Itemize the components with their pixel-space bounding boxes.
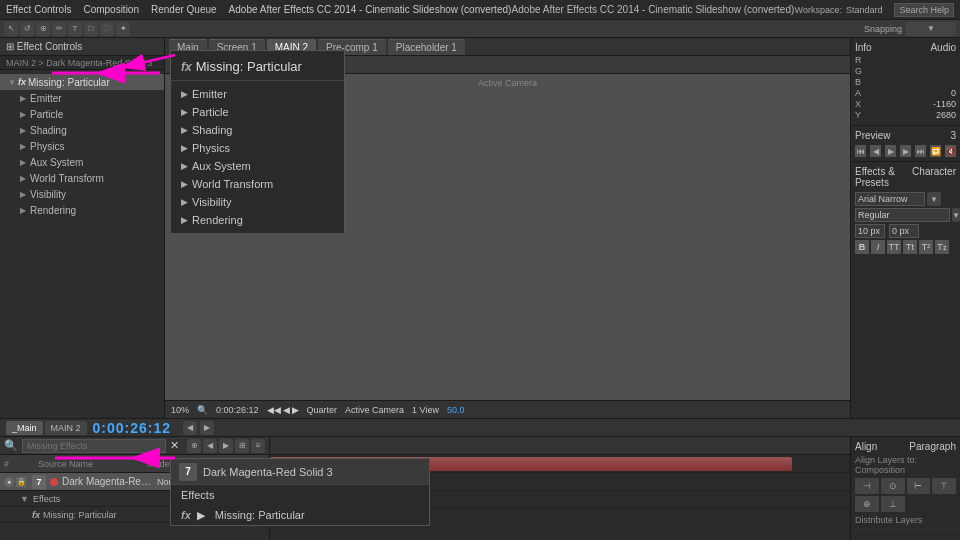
fx-dropdown-menu: fx Missing: Particular ▶ Emitter ▶ Parti… — [170, 50, 345, 234]
ctx-effects-item[interactable]: Effects — [171, 485, 429, 505]
tl-tab-main2[interactable]: MAIN 2 — [45, 421, 87, 435]
tree-item-physics[interactable]: ▶ Physics — [0, 138, 164, 154]
tl-btn2[interactable]: ▶ — [200, 421, 214, 435]
preview-skip-end[interactable]: ⏭ — [915, 145, 926, 157]
bold-btn[interactable]: B — [855, 240, 869, 254]
tree-item-rendering[interactable]: ▶ Rendering — [0, 202, 164, 218]
preview-loop[interactable]: 🔁 — [930, 145, 941, 157]
timeline-icon1[interactable]: ⊕ — [187, 439, 201, 453]
preview-play[interactable]: ▶ — [885, 145, 896, 157]
layer-solo-btn[interactable]: ● — [4, 477, 14, 487]
effects-presets-section: Effects & Presets Character ▼ ▼ B I TT T… — [851, 162, 960, 260]
particle-arrow: ▶ — [181, 107, 188, 117]
align-left-btn[interactable]: ⊣ — [855, 478, 879, 494]
play-btn[interactable]: ▶ — [292, 405, 299, 415]
align-bottom-btn[interactable]: ⊥ — [881, 496, 905, 512]
layer-number: 7 — [32, 475, 46, 489]
text-tool[interactable]: T — [68, 22, 82, 36]
time-ruler[interactable] — [270, 437, 850, 455]
fx-menu-emitter[interactable]: ▶ Emitter — [171, 85, 344, 103]
ctx-missing-label: Missing: Particular — [215, 509, 305, 521]
menu-bar: Effect Controls Composition Render Queue… — [0, 0, 960, 20]
small-caps-btn[interactable]: Tt — [903, 240, 917, 254]
subscript-btn[interactable]: T₂ — [935, 240, 949, 254]
visibility-arrow: ▶ — [181, 197, 188, 207]
quality-value[interactable]: Quarter — [307, 405, 338, 415]
menu-item-effect-controls[interactable]: Effect Controls — [6, 4, 71, 15]
tl-btn1[interactable]: ◀ — [183, 421, 197, 435]
menu-item-composition[interactable]: Composition — [83, 4, 139, 15]
timeline-icon2[interactable]: ◀ — [203, 439, 217, 453]
camera-dropdown[interactable]: Active Camera — [345, 405, 404, 415]
timeline-timecode[interactable]: 0:00:26:12 — [93, 420, 172, 436]
fx-menu-visibility[interactable]: ▶ Visibility — [171, 193, 344, 211]
y-label: Y — [855, 110, 861, 120]
tree-item-particle[interactable]: ▶ Particle — [0, 106, 164, 122]
tree-item-label-world: World Transform — [30, 173, 104, 184]
tree-item-aux-system[interactable]: ▶ Aux System — [0, 154, 164, 170]
align-right-btn[interactable]: ⊢ — [907, 478, 931, 494]
font-size-input[interactable] — [855, 224, 885, 238]
font-name-input[interactable] — [855, 192, 925, 206]
effects-expand-arrow: ▼ — [20, 494, 29, 504]
tree-item-world-transform[interactable]: ▶ World Transform — [0, 170, 164, 186]
italic-btn[interactable]: I — [871, 240, 885, 254]
fx-menu-world-transform[interactable]: ▶ World Transform — [171, 175, 344, 193]
prev-frame-btn[interactable]: ◀◀ — [267, 405, 281, 415]
puppet-tool[interactable]: ✦ — [116, 22, 130, 36]
timeline-icon3[interactable]: ▶ — [219, 439, 233, 453]
help-search[interactable]: Search Help — [894, 3, 954, 17]
timecode-display[interactable]: 0:00:26:12 — [216, 405, 259, 415]
b-label: B — [855, 77, 861, 87]
preview-prev-frame[interactable]: ◀ — [870, 145, 881, 157]
fx-menu-aux[interactable]: ▶ Aux System — [171, 157, 344, 175]
rotation-tool[interactable]: ↺ — [20, 22, 34, 36]
emitter-arrow: ▶ — [181, 89, 188, 99]
selection-tool[interactable]: ↖ — [4, 22, 18, 36]
timeline-search-input[interactable] — [22, 439, 166, 453]
physics-label: Physics — [192, 142, 230, 154]
timeline-icon4[interactable]: ⊞ — [235, 439, 249, 453]
preview-next-frame[interactable]: ▶ — [900, 145, 911, 157]
text-style-btns: B I TT Tt T² T₂ — [855, 240, 956, 254]
shading-label: Shading — [192, 124, 232, 136]
search-close-btn[interactable]: ✕ — [170, 439, 179, 452]
fx-menu-rendering[interactable]: ▶ Rendering — [171, 211, 344, 229]
font-style-input[interactable] — [855, 208, 950, 222]
fx-menu-physics[interactable]: ▶ Physics — [171, 139, 344, 157]
tab-placeholder1[interactable]: Placeholder 1 — [388, 39, 465, 55]
camera-tool[interactable]: 🎥 — [100, 22, 114, 36]
tl-tab-main[interactable]: _Main — [6, 421, 43, 435]
kerning-input[interactable] — [889, 224, 919, 238]
preview-skip-start[interactable]: ⏮ — [855, 145, 866, 157]
view-dropdown[interactable]: 1 View — [412, 405, 439, 415]
info-label: Info — [855, 42, 872, 53]
caps-btn[interactable]: TT — [887, 240, 901, 254]
align-top-btn[interactable]: ⊤ — [932, 478, 956, 494]
superscript-btn[interactable]: T² — [919, 240, 933, 254]
tree-item-shading[interactable]: ▶ Shading — [0, 122, 164, 138]
ctx-missing-item[interactable]: fx ▶ Missing: Particular — [171, 505, 429, 525]
tree-item-visibility[interactable]: ▶ Visibility — [0, 186, 164, 202]
layer-lock-btn[interactable]: 🔒 — [16, 477, 26, 487]
zoom-value[interactable]: 10% — [171, 405, 189, 415]
info-r-row: R — [855, 55, 956, 65]
pen-tool[interactable]: ✏ — [52, 22, 66, 36]
shape-tool[interactable]: □ — [84, 22, 98, 36]
font-style-dropdown-btn[interactable]: ▼ — [952, 208, 960, 222]
align-center-v-btn[interactable]: ⊕ — [855, 496, 879, 512]
menu-item-footage[interactable]: Adobe After Effects CC 2014 - Cinematic … — [229, 4, 512, 15]
fx-menu-shading[interactable]: ▶ Shading — [171, 121, 344, 139]
prev-btn[interactable]: ◀ — [283, 405, 290, 415]
tree-item-missing-particular[interactable]: ▼ fx Missing: Particular — [0, 74, 164, 90]
preview-mute[interactable]: 🔇 — [945, 145, 956, 157]
world-transform-label: World Transform — [192, 178, 273, 190]
tree-item-emitter[interactable]: ▶ Emitter — [0, 90, 164, 106]
timeline-icon5[interactable]: ≡ — [251, 439, 265, 453]
menu-item-render-queue[interactable]: Render Queue — [151, 4, 217, 15]
zoom-tool[interactable]: ⊕ — [36, 22, 50, 36]
snapping-btn[interactable]: ▼ — [906, 22, 956, 36]
fx-menu-particle[interactable]: ▶ Particle — [171, 103, 344, 121]
align-center-h-btn[interactable]: ⊙ — [881, 478, 905, 494]
font-dropdown-btn[interactable]: ▼ — [927, 192, 941, 206]
